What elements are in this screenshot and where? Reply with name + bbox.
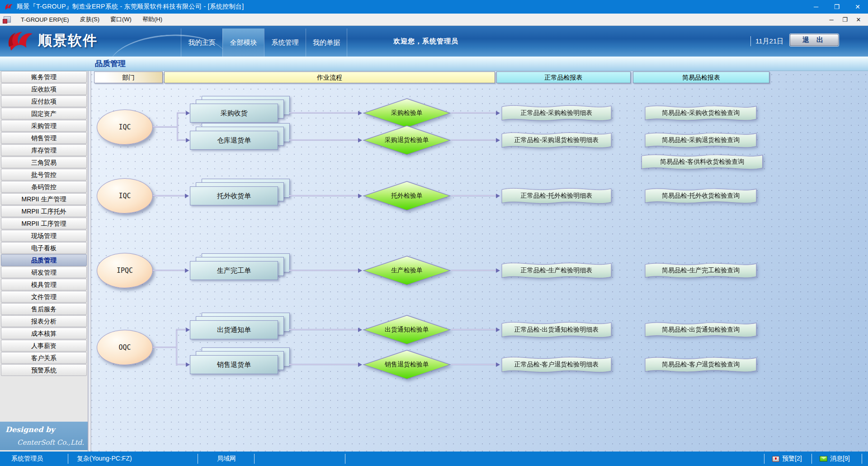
sidebar-item-lot-control[interactable]: 批号管控 xyxy=(1,169,87,181)
menu-item-window[interactable]: 窗口(W) xyxy=(105,14,137,26)
decision-label: 生产检验单 xyxy=(363,256,451,285)
process-label: 生产完工单 xyxy=(190,261,278,280)
tab-system-admin[interactable]: 系统管理 xyxy=(264,29,306,57)
sidebar-item-fixed-assets[interactable]: 固定资产 xyxy=(1,108,87,119)
report-label: 正常品检-客户退货检验明细表 xyxy=(501,355,612,375)
sidebar-item-accounting[interactable]: 账务管理 xyxy=(1,71,87,83)
restore-icon[interactable]: ❐ xyxy=(826,0,847,14)
report-label: 简易品检-出货通知检验查询 xyxy=(644,320,757,339)
report-simple-shipping-notice[interactable]: 简易品检-出货通知检验查询 xyxy=(644,320,757,339)
sidebar-item-shopfloor[interactable]: 现场管理 xyxy=(1,230,87,242)
process-label: 采购收货 xyxy=(190,104,278,123)
decision-production-inspection[interactable]: 生产检验单 xyxy=(363,256,451,285)
report-simple-outsourcing-receipt[interactable]: 简易品检-托外收货检验查询 xyxy=(644,186,757,205)
report-normal-shipping-notice[interactable]: 正常品检-出货通知检验明细表 xyxy=(501,320,612,340)
report-normal-purchase-return[interactable]: 正常品检-采购退货检验明细表 xyxy=(501,130,612,150)
report-simple-purchase-return[interactable]: 简易品检-采购退货检验查询 xyxy=(644,131,757,150)
module-sidebar: 账务管理 应收款项 应付款项 固定资产 采购管理 销售管理 库存管理 三角贸易 … xyxy=(0,71,88,452)
mdi-close-icon[interactable]: ✕ xyxy=(853,15,864,25)
tab-my-home[interactable]: 我的主页 xyxy=(181,29,222,57)
main-nav-tabs: 我的主页 全部模块 系统管理 我的单据 xyxy=(181,29,347,57)
dept-ellipse-iqc-1: IQC xyxy=(97,109,153,145)
process-label: 出货通知单 xyxy=(190,320,278,339)
process-shipping-notice[interactable]: 出货通知单 xyxy=(190,320,278,339)
status-host: 复杂(Young-PC:FZ) xyxy=(77,452,132,466)
alert-icon xyxy=(772,456,779,462)
dept-ellipse-oqc: OQC xyxy=(97,330,153,365)
mdi-restore-icon[interactable]: ❐ xyxy=(839,15,851,25)
decision-outsourcing-inspection[interactable]: 托外检验单 xyxy=(363,181,451,211)
sidebar-item-kanban[interactable]: 电子看板 xyxy=(1,242,87,254)
sidebar-item-barcode-control[interactable]: 条码管控 xyxy=(1,181,87,193)
sidebar-item-mrp2-outsourcing[interactable]: MRPII 工序托外 xyxy=(1,205,87,217)
status-alert[interactable]: 预警[2] xyxy=(772,452,802,466)
column-header-simple-reports: 简易品检报表 xyxy=(633,71,769,83)
sidebar-item-mrp2-process[interactable]: MRPII 工序管理 xyxy=(1,218,87,229)
report-label: 简易品检-生产完工检验查询 xyxy=(644,261,757,280)
process-sales-return[interactable]: 销售退货单 xyxy=(190,355,278,374)
report-normal-purchase[interactable]: 正常品检-采购检验明细表 xyxy=(501,103,612,123)
report-label: 正常品检-采购检验明细表 xyxy=(501,103,612,123)
report-simple-production-completion[interactable]: 简易品检-生产完工检验查询 xyxy=(644,261,757,280)
sidebar-item-inventory[interactable]: 库存管理 xyxy=(1,144,87,156)
exit-button[interactable]: 退 出 xyxy=(790,34,839,46)
minimize-icon[interactable]: ─ xyxy=(806,0,826,14)
date-display: 11月21日 xyxy=(750,26,783,57)
sidebar-item-purchasing[interactable]: 采购管理 xyxy=(1,120,87,132)
mdi-minimize-icon[interactable]: ─ xyxy=(826,15,837,25)
tab-my-documents[interactable]: 我的单据 xyxy=(306,29,347,57)
report-normal-outsourcing[interactable]: 正常品检-托外检验明细表 xyxy=(501,186,612,206)
tab-all-modules[interactable]: 全部模块 xyxy=(222,29,264,57)
mdi-child-icon xyxy=(4,16,11,23)
report-normal-production[interactable]: 正常品检-生产检验明细表 xyxy=(501,261,612,281)
sidebar-item-crm[interactable]: 客户关系 xyxy=(1,352,87,364)
dept-ellipse-iqc-2: IQC xyxy=(97,178,153,214)
decision-shipping-notice-inspection[interactable]: 出货通知检验单 xyxy=(363,315,451,345)
status-network: 局域网 xyxy=(217,452,236,466)
report-label: 简易品检-托外收货检验查询 xyxy=(644,186,757,205)
process-warehouse-return[interactable]: 仓库退货单 xyxy=(190,131,278,150)
decision-purchase-inspection[interactable]: 采购检验单 xyxy=(363,98,451,128)
decision-label: 销售退货检验单 xyxy=(363,350,451,380)
sidebar-item-payables[interactable]: 应付款项 xyxy=(1,95,87,107)
sidebar-item-quality[interactable]: 品质管理 xyxy=(1,254,87,266)
report-simple-customer-return[interactable]: 简易品检-客户退货检验查询 xyxy=(644,355,757,374)
column-header-department: 部门 xyxy=(94,71,163,83)
sidebar-item-mold[interactable]: 模具管理 xyxy=(1,279,87,290)
sidebar-item-after-sales[interactable]: 售后服务 xyxy=(1,303,87,315)
sidebar-item-rnd[interactable]: 研发管理 xyxy=(1,266,87,278)
panel-splitter[interactable] xyxy=(88,71,91,452)
company-name: CenterSoft Co.,Ltd. xyxy=(17,438,84,447)
process-outsourcing-receipt[interactable]: 托外收货单 xyxy=(190,186,278,205)
menu-item-help[interactable]: 帮助(H) xyxy=(137,14,168,26)
welcome-text: 欢迎您，系统管理员 xyxy=(393,26,458,57)
report-normal-customer-return[interactable]: 正常品检-客户退货检验明细表 xyxy=(501,355,612,375)
report-simple-purchase-receipt[interactable]: 简易品检-采购收货检验查询 xyxy=(644,104,757,123)
close-icon[interactable]: ✕ xyxy=(847,0,868,14)
sidebar-item-alerts[interactable]: 预警系统 xyxy=(1,364,87,376)
sidebar-item-hr-payroll[interactable]: 人事薪资 xyxy=(1,340,87,352)
process-purchase-receipt[interactable]: 采购收货 xyxy=(190,104,278,123)
sidebar-item-reports[interactable]: 报表分析 xyxy=(1,315,87,327)
sidebar-item-costing[interactable]: 成本核算 xyxy=(1,328,87,339)
window-title: 顺景『T-GROUP』制造业ERP系统 - 东莞顺景软件科技有限公司 - [系统… xyxy=(17,3,244,11)
report-simple-customer-supplied[interactable]: 简易品检-客供料收货检验查询 xyxy=(641,152,764,171)
process-production-completion[interactable]: 生产完工单 xyxy=(190,261,278,280)
decision-sales-return-inspection[interactable]: 销售退货检验单 xyxy=(363,350,451,380)
sidebar-item-documents[interactable]: 文件管理 xyxy=(1,291,87,303)
menu-item-tgroup-erp[interactable]: T-GROUP ERP(E) xyxy=(15,14,75,26)
page-title: 品质管理 xyxy=(95,57,126,71)
designed-by-box: Designed by CenterSoft Co.,Ltd. xyxy=(0,422,88,450)
process-label: 销售退货单 xyxy=(190,355,278,374)
menu-item-skin[interactable]: 皮肤(S) xyxy=(75,14,105,26)
sidebar-item-sales[interactable]: 销售管理 xyxy=(1,132,87,144)
sidebar-item-triangle-trade[interactable]: 三角贸易 xyxy=(1,157,87,168)
status-message[interactable]: 消息[9] xyxy=(820,452,850,466)
report-label: 简易品检-采购退货检验查询 xyxy=(644,131,757,150)
decision-purchase-return-inspection[interactable]: 采购退货检验单 xyxy=(363,125,451,155)
sidebar-item-receivables[interactable]: 应收款项 xyxy=(1,83,87,95)
sidebar-item-mrp2-production[interactable]: MRPII 生产管理 xyxy=(1,193,87,205)
brand-logo-icon xyxy=(6,29,34,54)
decision-label: 采购退货检验单 xyxy=(363,125,451,155)
status-user: 系统管理员 xyxy=(11,452,43,466)
